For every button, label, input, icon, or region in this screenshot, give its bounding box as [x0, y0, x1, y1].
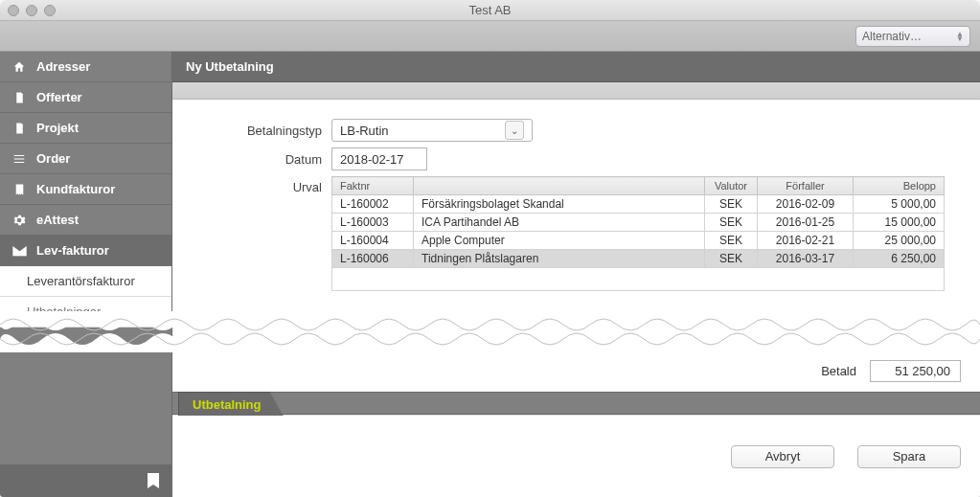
envelope-icon: [11, 245, 27, 257]
table-row[interactable]: L-160003ICA Partihandel ABSEK2016-01-251…: [332, 214, 945, 232]
sidebar-item-eattest[interactable]: eAttest: [0, 205, 171, 236]
col-forfaller[interactable]: Förfaller: [758, 177, 854, 195]
save-button[interactable]: Spara: [857, 445, 961, 468]
cell-belopp: 6 250,00: [854, 250, 945, 268]
datum-label: Datum: [188, 152, 331, 167]
cell-name: Försäkringsbolaget Skandal: [414, 195, 705, 214]
titlebar: Test AB: [0, 0, 980, 21]
datum-value: 2018-02-17: [340, 152, 404, 167]
cell-forfaller: 2016-03-17: [758, 250, 854, 268]
col-faktnr[interactable]: Faktnr: [332, 177, 414, 195]
cell-valuta: SEK: [705, 214, 758, 232]
cell-forfaller: 2016-01-25: [758, 214, 854, 232]
table-row[interactable]: L-160006Tidningen PlåtslagarenSEK2016-03…: [332, 250, 945, 268]
sidebar-item-projekt[interactable]: Projekt: [0, 113, 171, 144]
cell-valuta: SEK: [705, 250, 758, 268]
cell-forfaller: 2016-02-09: [758, 195, 854, 214]
urval-table[interactable]: Faktnr Valutor Förfaller Belopp L-160002…: [331, 176, 945, 291]
table-header-row: Faktnr Valutor Förfaller Belopp: [332, 177, 945, 195]
cell-faktnr: L-160002: [332, 195, 414, 214]
cell-name: Tidningen Plåtslagaren: [414, 250, 705, 268]
sidebar-sub-label: Utbetalningar: [27, 305, 101, 319]
betalningstyp-select[interactable]: LB-Rutin ⌄: [331, 119, 533, 142]
window-title: Test AB: [0, 3, 980, 17]
save-label: Spara: [893, 449, 926, 463]
document-icon: [11, 122, 27, 135]
gear-icon: [11, 214, 27, 227]
sidebar-lower: [0, 354, 172, 497]
lower-panel: Betald 51 250,00 Utbetalning Avbryt Spar…: [172, 354, 980, 497]
bookmark-icon[interactable]: [148, 473, 159, 488]
sidebar-item-order[interactable]: Order: [0, 144, 171, 174]
sidebar-sub-label: Leverantörsfakturor: [27, 274, 135, 288]
sidebar-item-offerter[interactable]: Offerter: [0, 82, 171, 113]
zoom-window-icon[interactable]: [44, 5, 56, 16]
list-icon: [11, 152, 27, 166]
col-name[interactable]: [414, 177, 705, 195]
sidebar-item-kundfakturor[interactable]: Kundfakturor: [0, 174, 171, 205]
sidebar-sub-leverantorsfakturor[interactable]: Leverantörsfakturor: [0, 266, 171, 297]
cell-belopp: 15 000,00: [854, 214, 945, 232]
window-controls: [0, 5, 56, 16]
urval-label: Urval: [188, 176, 331, 194]
sidebar-bottom: [0, 464, 172, 497]
close-window-icon[interactable]: [8, 5, 19, 16]
home-icon: [11, 60, 27, 74]
table-row[interactable]: L-160002Försäkringsbolaget SkandalSEK201…: [332, 195, 945, 214]
sidebar-item-label: Order: [36, 151, 70, 166]
chevron-down-icon: ⌄: [505, 121, 524, 140]
sidebar-item-label: Adresser: [36, 59, 90, 74]
table-row[interactable]: L-160004Apple ComputerSEK2016-02-2125 00…: [332, 232, 945, 250]
document-icon: [11, 91, 27, 104]
sidebar-item-lev-fakturor[interactable]: Lev-fakturor: [0, 236, 171, 266]
alternativ-dropdown[interactable]: Alternativ… ▲▼: [855, 26, 970, 47]
page-header: Ny Utbetalning: [172, 52, 980, 82]
cancel-button[interactable]: Avbryt: [731, 445, 834, 468]
sidebar-item-label: Lev-fakturor: [36, 243, 109, 258]
tabstrip: Utbetalning: [172, 392, 980, 415]
tab-utbetalning[interactable]: Utbetalning: [178, 392, 284, 416]
chevron-updown-icon: ▲▼: [956, 32, 964, 41]
cell-belopp: 5 000,00: [854, 195, 945, 214]
datum-input[interactable]: 2018-02-17: [331, 147, 427, 170]
cancel-label: Avbryt: [765, 449, 801, 463]
sidebar-item-adresser[interactable]: Adresser: [0, 52, 171, 82]
sidebar-item-label: Projekt: [36, 121, 79, 135]
cell-name: ICA Partihandel AB: [414, 214, 705, 232]
tab-label: Utbetalning: [193, 397, 262, 412]
col-valutor[interactable]: Valutor: [705, 177, 758, 195]
cell-valuta: SEK: [705, 232, 758, 250]
page-title: Ny Utbetalning: [186, 59, 274, 74]
cell-faktnr: L-160004: [332, 232, 414, 250]
invoice-icon: [11, 183, 27, 196]
cell-forfaller: 2016-02-21: [758, 232, 854, 250]
table-empty-row: [332, 268, 945, 291]
cell-faktnr: L-160003: [332, 214, 414, 232]
sidebar-item-label: Kundfakturor: [36, 182, 115, 196]
sidebar-sub-utbetalningar[interactable]: Utbetalningar: [0, 297, 171, 328]
betald-value: 51 250,00: [870, 360, 961, 382]
alternativ-label: Alternativ…: [862, 30, 922, 43]
betald-label: Betald: [821, 364, 856, 378]
sidebar-item-label: Offerter: [36, 90, 82, 104]
cell-belopp: 25 000,00: [854, 232, 945, 250]
col-belopp[interactable]: Belopp: [854, 177, 945, 195]
sidebar-item-label: eAttest: [36, 213, 79, 227]
footer: Avbryt Spara: [172, 415, 980, 497]
minimize-window-icon[interactable]: [26, 5, 37, 16]
cell-faktnr: L-160006: [332, 250, 414, 268]
toolbar: Alternativ… ▲▼: [0, 21, 980, 52]
betalningstyp-label: Betalningstyp: [188, 124, 331, 138]
cell-name: Apple Computer: [414, 232, 705, 250]
subheader-bar: [172, 82, 980, 100]
cell-valuta: SEK: [705, 195, 758, 214]
betalningstyp-value: LB-Rutin: [340, 124, 389, 138]
